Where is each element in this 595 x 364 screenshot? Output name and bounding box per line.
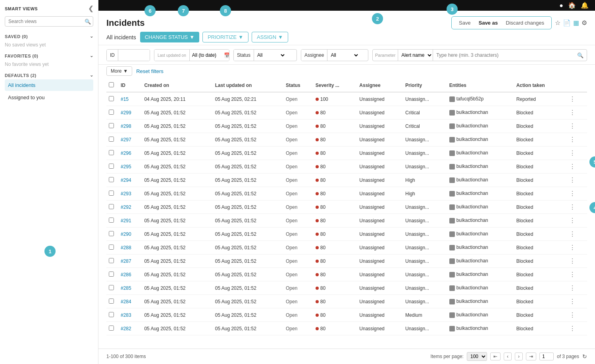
save-button[interactable]: Save <box>456 18 474 27</box>
row-menu-button[interactable]: ⋮ <box>568 203 577 211</box>
row-menu-button[interactable]: ⋮ <box>568 257 577 265</box>
row-menu-button[interactable]: ⋮ <box>568 109 577 116</box>
incident-id-link[interactable]: #282 <box>121 326 131 331</box>
row-menu-button[interactable]: ⋮ <box>568 163 577 170</box>
assignee-cell: Unassigned <box>357 160 403 173</box>
settings-icon[interactable]: ⚙ <box>582 19 587 27</box>
reset-filters-button[interactable]: Reset filters <box>136 68 164 74</box>
incident-id-link[interactable]: #287 <box>121 258 131 264</box>
next-page-button[interactable]: › <box>515 352 523 360</box>
change-status-button[interactable]: CHANGE STATUS ▼ <box>140 32 199 42</box>
prioritize-button[interactable]: PRIORITIZE ▼ <box>202 32 248 42</box>
save-as-button[interactable]: Save as <box>476 18 501 27</box>
row-menu-button[interactable]: ⋮ <box>568 325 577 332</box>
severity-cell: 80 <box>313 106 357 119</box>
incident-id-link[interactable]: #293 <box>121 191 131 196</box>
row-menu-button[interactable]: ⋮ <box>568 122 577 130</box>
row-menu-button[interactable]: ⋮ <box>568 284 577 292</box>
row-checkbox[interactable] <box>109 123 114 128</box>
table-row: #284 05 Aug 2025, 01:52 05 Aug 2025, 01:… <box>106 295 587 308</box>
row-checkbox[interactable] <box>109 325 114 331</box>
assignee-filter-select[interactable]: All <box>327 50 359 61</box>
share-icon[interactable]: 📄 <box>563 19 571 27</box>
refresh-button[interactable]: ↻ <box>582 353 587 360</box>
row-checkbox[interactable] <box>109 110 114 115</box>
saved-section-header[interactable]: SAVED (0) ⌄ <box>5 31 93 40</box>
row-checkbox[interactable] <box>109 285 114 290</box>
row-checkbox[interactable] <box>109 137 114 142</box>
collapse-icon[interactable]: ❮ <box>88 5 94 12</box>
items-per-page-select[interactable]: 100 50 25 <box>467 352 487 361</box>
incident-id-link[interactable]: #288 <box>121 245 131 250</box>
total-pages-text: of 3 pages <box>557 354 579 359</box>
row-menu-button[interactable]: ⋮ <box>568 217 577 224</box>
row-checkbox[interactable] <box>109 191 114 196</box>
row-menu-button[interactable]: ⋮ <box>568 244 577 251</box>
row-checkbox[interactable] <box>109 204 114 209</box>
parameter-type-select[interactable]: Alert name <box>398 50 433 61</box>
row-menu-button[interactable]: ⋮ <box>568 149 577 157</box>
id-filter-input[interactable] <box>118 50 150 61</box>
favorites-section-header[interactable]: FAVORITES (0) ⌄ <box>5 51 93 60</box>
incident-id-link[interactable]: #283 <box>121 312 131 318</box>
first-page-button[interactable]: ⇤ <box>490 352 501 360</box>
row-checkbox[interactable] <box>109 150 114 155</box>
row-checkbox[interactable] <box>109 272 114 277</box>
incident-id-link[interactable]: #297 <box>121 137 131 143</box>
row-checkbox[interactable] <box>109 177 114 182</box>
assign-button[interactable]: ASSIGN ▼ <box>252 32 288 42</box>
bell-icon[interactable]: 🔔 <box>581 2 589 9</box>
defaults-section-header[interactable]: DEFAULTS (2) ⌄ <box>5 70 93 79</box>
incident-id-link[interactable]: #295 <box>121 164 131 169</box>
incident-id-link[interactable]: #291 <box>121 218 131 223</box>
row-checkbox[interactable] <box>109 96 114 101</box>
row-menu-button[interactable]: ⋮ <box>568 176 577 184</box>
star-icon[interactable]: ☆ <box>555 19 560 27</box>
incident-id-link[interactable]: #284 <box>121 299 131 304</box>
calendar-icon[interactable]: 📅 <box>221 50 229 61</box>
incident-id-link[interactable]: #299 <box>121 110 131 116</box>
row-menu-button[interactable]: ⋮ <box>568 230 577 238</box>
incident-id-link[interactable]: #290 <box>121 231 131 237</box>
incident-id-link[interactable]: #294 <box>121 177 131 183</box>
prev-page-button[interactable]: ‹ <box>504 352 512 360</box>
row-checkbox[interactable] <box>109 164 114 169</box>
incident-id-link[interactable]: #298 <box>121 123 131 129</box>
last-updated-filter-input[interactable] <box>190 50 221 61</box>
row-menu-button[interactable]: ⋮ <box>568 190 577 197</box>
row-checkbox[interactable] <box>109 312 114 317</box>
search-views-input[interactable] <box>5 16 93 27</box>
incident-id-link[interactable]: #292 <box>121 204 131 210</box>
incident-id-link[interactable]: #286 <box>121 272 131 277</box>
page-number-input[interactable] <box>539 352 554 360</box>
filter-icon[interactable]: ▦ <box>573 19 579 27</box>
status-filter-select[interactable]: All Open Closed <box>254 50 286 61</box>
row-checkbox[interactable] <box>109 245 114 250</box>
priority-cell: Unassign... <box>403 200 447 214</box>
row-menu-button[interactable]: ⋮ <box>568 271 577 278</box>
sidebar-item-assigned-to-you[interactable]: Assigned to you <box>5 92 93 103</box>
row-checkbox[interactable] <box>109 218 114 223</box>
row-menu-button[interactable]: ⋮ <box>568 298 577 305</box>
discard-button[interactable]: Discard changes <box>503 18 547 27</box>
select-all-checkbox[interactable] <box>109 82 114 87</box>
priority-cell: Unassign... <box>403 160 447 173</box>
row-checkbox[interactable] <box>109 258 114 263</box>
row-menu-button[interactable]: ⋮ <box>568 136 577 143</box>
row-menu-button[interactable]: ⋮ <box>568 95 577 103</box>
more-filters-button[interactable]: More ▼ <box>106 66 132 76</box>
row-menu-button[interactable]: ⋮ <box>568 311 577 319</box>
incident-id-link[interactable]: #285 <box>121 285 131 291</box>
incident-id-link[interactable]: #15 <box>121 96 129 102</box>
parameter-filter-input[interactable] <box>433 50 574 61</box>
sidebar-item-all-incidents[interactable]: All incidents <box>5 79 93 91</box>
parameter-search-icon[interactable]: 🔍 <box>574 52 587 58</box>
created-on-cell: 05 Aug 2025, 01:52 <box>142 214 212 227</box>
incident-id-link[interactable]: #296 <box>121 150 131 156</box>
row-checkbox[interactable] <box>109 299 114 304</box>
row-checkbox[interactable] <box>109 231 114 236</box>
user-icon[interactable]: ● <box>559 2 563 9</box>
last-page-button[interactable]: ⇥ <box>526 352 536 360</box>
priority-cell: Unassign... <box>403 268 447 281</box>
house-icon[interactable]: 🏠 <box>568 2 576 9</box>
